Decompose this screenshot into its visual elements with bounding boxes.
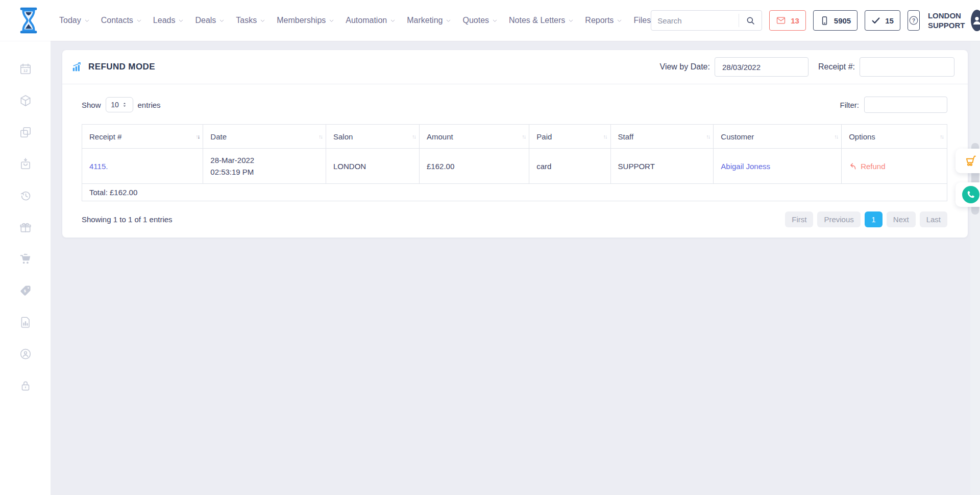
column-header-staff[interactable]: Staff↑↓ xyxy=(610,125,714,149)
column-label: Receipt # xyxy=(89,132,121,141)
pagination-previous-button[interactable]: Previous xyxy=(817,211,860,227)
lock-icon xyxy=(19,379,32,392)
nav-item-marketing[interactable]: Marketing xyxy=(407,16,451,25)
history-icon xyxy=(19,189,32,202)
panel-title: REFUND MODE xyxy=(71,61,155,73)
mail-notifications-button[interactable]: 13 xyxy=(769,10,806,31)
refund-button[interactable]: Refund xyxy=(849,162,940,171)
floating-cart-button[interactable] xyxy=(955,149,980,173)
nav-item-reports[interactable]: Reports xyxy=(585,16,622,25)
sidebar-item-calendar[interactable]: 12 xyxy=(19,62,32,76)
user-avatar[interactable] xyxy=(971,10,980,31)
sidebar-item-reports[interactable] xyxy=(19,316,32,329)
table-header-row: Receipt #↑↓ Date↑↓ Salon↑↓ Amount↑↓ Paid… xyxy=(82,125,947,149)
filter-control: Filter: xyxy=(840,97,948,113)
nav-label: Reports xyxy=(585,16,614,25)
column-header-amount[interactable]: Amount↑↓ xyxy=(420,125,529,149)
search-input[interactable] xyxy=(651,16,739,25)
report-chart-icon xyxy=(19,316,32,329)
sms-credits-button[interactable]: 5905 xyxy=(813,10,857,31)
sidebar-item-shopping-bag[interactable] xyxy=(19,157,32,171)
showing-entries-text: Showing 1 to 1 of 1 entries xyxy=(82,215,173,224)
column-header-date[interactable]: Date↑↓ xyxy=(203,125,326,149)
nav-item-notes-letters[interactable]: Notes & Letters xyxy=(509,16,574,25)
nav-label: Today xyxy=(59,16,81,25)
view-by-date-input[interactable] xyxy=(715,57,808,77)
gift-icon xyxy=(19,221,32,234)
nav-label: Automation xyxy=(346,16,387,25)
show-label: Show xyxy=(82,101,101,109)
main-nav: Today Contacts Leads Deals Tasks Members… xyxy=(59,16,651,25)
column-header-customer[interactable]: Customer↑↓ xyxy=(714,125,842,149)
column-label: Amount xyxy=(427,132,453,141)
nav-item-contacts[interactable]: Contacts xyxy=(101,16,142,25)
customer-link[interactable]: Abigail Joness xyxy=(721,162,770,171)
cell-receipt: 4115. xyxy=(82,149,203,184)
calendar-icon: 12 xyxy=(19,62,32,76)
nav-item-files[interactable]: Files xyxy=(633,16,651,25)
nav-label: Files xyxy=(633,16,651,25)
table-controls: Show 10 entries Filter: xyxy=(82,97,947,113)
sidebar-item-cart[interactable] xyxy=(19,252,32,266)
cell-paid: card xyxy=(529,149,610,184)
sidebar-item-products[interactable] xyxy=(19,94,32,107)
page-size-value: 10 xyxy=(111,101,119,109)
smartphone-icon xyxy=(820,16,829,26)
sidebar-item-duplicate[interactable] xyxy=(19,126,32,139)
user-name-line1: LONDON xyxy=(928,11,965,21)
return-arrow-icon xyxy=(849,162,856,170)
sidebar-item-price-tag[interactable]: $ xyxy=(19,284,32,297)
search-icon[interactable] xyxy=(739,14,762,27)
sidebar-item-account[interactable] xyxy=(19,347,32,361)
filter-label: Filter: xyxy=(840,101,860,109)
pagination-first-button[interactable]: First xyxy=(785,211,813,227)
filter-input[interactable] xyxy=(864,97,947,113)
sort-icon: ↑↓ xyxy=(834,133,838,139)
sidebar-item-lock[interactable] xyxy=(19,379,32,392)
mail-count: 13 xyxy=(791,16,799,25)
receipt-number-input[interactable] xyxy=(860,57,954,77)
chevron-down-icon xyxy=(329,18,334,23)
receipt-number-label: Receipt #: xyxy=(818,62,855,72)
help-button[interactable]: ? xyxy=(908,10,920,31)
nav-item-automation[interactable]: Automation xyxy=(346,16,396,25)
sidebar-item-gift[interactable] xyxy=(19,221,32,234)
table-footer: Showing 1 to 1 of 1 entries First Previo… xyxy=(82,211,947,227)
pagination-next-button[interactable]: Next xyxy=(887,211,916,227)
column-label: Salon xyxy=(333,132,353,141)
table-total-row: Total: £162.00 xyxy=(82,184,947,201)
phone-icon xyxy=(962,186,979,203)
nav-item-leads[interactable]: Leads xyxy=(153,16,184,25)
nav-item-tasks[interactable]: Tasks xyxy=(236,16,265,25)
pagination-page-1-button[interactable]: 1 xyxy=(865,211,883,227)
sidebar-item-history[interactable] xyxy=(19,189,32,202)
pagination-last-button[interactable]: Last xyxy=(920,211,947,227)
column-header-options[interactable]: Options↑↓ xyxy=(842,125,947,149)
column-header-receipt[interactable]: Receipt #↑↓ xyxy=(82,125,203,149)
app-logo[interactable] xyxy=(15,6,42,35)
sort-icon: ↑↓ xyxy=(940,133,943,139)
refunds-table-wrap: Receipt #↑↓ Date↑↓ Salon↑↓ Amount↑↓ Paid… xyxy=(82,124,947,201)
updown-arrows-icon xyxy=(121,101,128,108)
receipt-link[interactable]: 4115. xyxy=(89,162,108,171)
column-label: Date xyxy=(210,132,227,141)
floating-phone-button[interactable] xyxy=(955,182,980,207)
nav-label: Quotes xyxy=(462,16,489,25)
person-icon xyxy=(971,14,980,27)
cell-amount: £162.00 xyxy=(420,149,529,184)
svg-text:?: ? xyxy=(912,18,915,23)
cart-icon xyxy=(19,252,32,266)
column-header-salon[interactable]: Salon↑↓ xyxy=(326,125,419,149)
nav-item-quotes[interactable]: Quotes xyxy=(462,16,498,25)
column-header-paid[interactable]: Paid↑↓ xyxy=(529,125,610,149)
nav-item-deals[interactable]: Deals xyxy=(195,16,225,25)
scrollbar-track[interactable] xyxy=(970,41,980,495)
nav-item-memberships[interactable]: Memberships xyxy=(277,16,334,25)
table-row: 4115. 28-Mar-2022 02:53:19 PM LONDON £16… xyxy=(82,149,947,184)
nav-label: Deals xyxy=(195,16,216,25)
refund-label: Refund xyxy=(861,162,885,171)
page-size-select[interactable]: 10 xyxy=(106,97,133,112)
nav-item-today[interactable]: Today xyxy=(59,16,90,25)
time-value: 02:53:19 PM xyxy=(210,166,318,178)
tasks-done-button[interactable]: 15 xyxy=(865,10,900,31)
